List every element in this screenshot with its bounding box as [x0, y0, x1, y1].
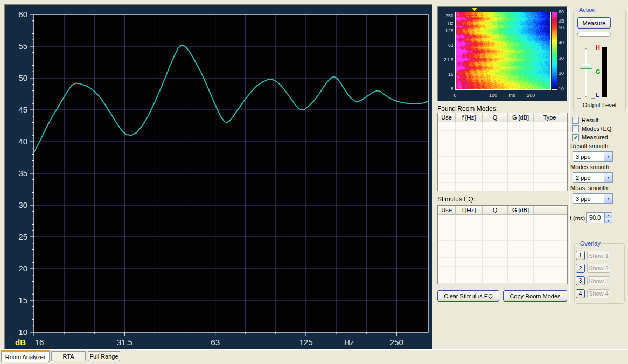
- table-column-line: [455, 122, 456, 191]
- overlay-show-2-button[interactable]: Show 2: [587, 264, 610, 273]
- modes-smooth-value: 2 ppo: [576, 174, 591, 181]
- svg-text:250: 250: [390, 338, 403, 347]
- copy-room-modes-button[interactable]: Copy Room Modes: [503, 290, 567, 302]
- table-header-cell[interactable]: Q: [483, 113, 508, 122]
- table-row[interactable]: [438, 241, 567, 249]
- overlay-show-1-button[interactable]: Show 1: [587, 251, 610, 260]
- output-level-slider-thumb[interactable]: [580, 64, 592, 69]
- svg-text:30: 30: [18, 200, 27, 209]
- checkbox-modes-eq[interactable]: Modes+EQ: [572, 125, 611, 132]
- chevron-down-icon[interactable]: ▼: [604, 194, 612, 203]
- stimulus-eq-table[interactable]: Usef [Hz]QG [dB]: [437, 205, 568, 284]
- room-analyzer-app: 10152025303540455055601631.563125250HzdB…: [0, 0, 628, 364]
- svg-text:25: 25: [18, 232, 27, 241]
- table-row[interactable]: [438, 148, 567, 157]
- table-header-cell[interactable]: Use: [438, 113, 456, 122]
- table-header-filler: [534, 206, 567, 214]
- colorbar-tick-label: 50: [559, 25, 567, 30]
- spectro-x-tick-label: 200: [524, 93, 539, 98]
- overlay-select-4-button[interactable]: 4: [576, 289, 585, 298]
- slider-ticks-right: [591, 50, 595, 99]
- table-column-line: [482, 122, 483, 191]
- modes-smooth-select[interactable]: 2 ppo▼: [573, 172, 613, 183]
- svg-text:15: 15: [18, 296, 27, 305]
- checkbox-box[interactable]: [572, 117, 579, 124]
- table-row[interactable]: [438, 122, 567, 131]
- chevron-down-icon[interactable]: ▼: [604, 173, 612, 182]
- table-header-cell[interactable]: G [dB]: [508, 206, 534, 214]
- table-row[interactable]: [438, 174, 567, 183]
- colorbar-tick-label: 40: [559, 40, 567, 45]
- clear-stimulus-eq-button[interactable]: Clear Stimulus EQ: [437, 290, 499, 302]
- spectro-y-tick-label: 125: [438, 28, 453, 33]
- table-row[interactable]: [438, 223, 567, 232]
- table-row[interactable]: [438, 215, 567, 223]
- frequency-response-panel: 10152025303540455055601631.563125250HzdB: [4, 4, 432, 349]
- output-level-label: Output Level: [573, 102, 626, 108]
- tab-full-range[interactable]: Full Range: [88, 351, 120, 361]
- time-window-label: t (ms): [570, 215, 585, 221]
- action-title: Action: [577, 6, 597, 13]
- table-row[interactable]: [438, 183, 567, 191]
- overlay-show-4-button[interactable]: Show 4: [587, 289, 610, 298]
- result-smooth-value: 3 ppo: [576, 153, 591, 160]
- tab-rta[interactable]: RTA: [51, 351, 86, 361]
- colorbar-tick-label: 10: [559, 86, 567, 92]
- table-row[interactable]: [438, 258, 567, 267]
- output-level-slider[interactable]: [585, 48, 587, 97]
- spinner-down-icon[interactable]: ▼: [605, 218, 612, 223]
- frequency-response-chart: 10152025303540455055601631.563125250HzdB: [5, 5, 432, 349]
- spectro-x-tick-label: 0: [448, 93, 463, 98]
- spectro-y-tick-label: 31.5: [438, 57, 453, 62]
- chevron-down-icon[interactable]: ▼: [604, 152, 612, 161]
- tab-room-analyzer[interactable]: Room Analyzer: [1, 350, 50, 362]
- result-smooth-select[interactable]: 3 ppo▼: [573, 151, 613, 162]
- svg-text:dB: dB: [15, 338, 26, 347]
- time-window-spinner[interactable]: 50.0 ▲ ▼: [586, 212, 612, 223]
- table-row[interactable]: [438, 165, 567, 174]
- overlay-select-1-button[interactable]: 1: [576, 251, 585, 260]
- meter-mark-g: G: [596, 68, 601, 75]
- spinner-up-icon[interactable]: ▲: [605, 213, 612, 218]
- level-meter: [602, 47, 607, 97]
- table-body: [438, 215, 567, 284]
- spectro-x-tick-label: 100: [485, 93, 500, 98]
- table-row[interactable]: [438, 232, 567, 241]
- table-column-line: [482, 215, 483, 284]
- table-row[interactable]: [438, 131, 567, 139]
- table-row[interactable]: [438, 139, 567, 148]
- check-icon[interactable]: ✔: [572, 134, 579, 141]
- table-row[interactable]: [438, 275, 567, 284]
- overlay-show-3-button[interactable]: Show 3: [587, 276, 610, 285]
- table-header-cell[interactable]: G [dB]: [508, 113, 534, 122]
- table-header-cell[interactable]: f [Hz]: [456, 206, 483, 214]
- table-header-cell[interactable]: f [Hz]: [456, 113, 483, 122]
- table-header-cell[interactable]: Q: [483, 206, 508, 214]
- meas-smooth-select[interactable]: 3 ppo▼: [573, 193, 613, 204]
- checkbox-measured[interactable]: ✔Measured: [572, 134, 608, 141]
- spectro-y-tick-label: 8: [438, 86, 453, 92]
- table-header-row: Usef [Hz]QG [dB]Type: [438, 113, 567, 122]
- table-body: [438, 122, 567, 191]
- svg-text:40: 40: [18, 137, 27, 146]
- spectro-y-tick-label: 63: [438, 43, 453, 48]
- table-row[interactable]: [438, 157, 567, 165]
- measure-button[interactable]: Measure: [577, 17, 611, 29]
- checkbox-result[interactable]: Result: [572, 116, 598, 124]
- table-header-cell[interactable]: Type: [534, 113, 566, 122]
- svg-text:50: 50: [18, 73, 27, 82]
- svg-text:45: 45: [18, 105, 27, 114]
- slider-ticks-left: [577, 50, 581, 99]
- overlay-select-3-button[interactable]: 3: [576, 276, 585, 285]
- table-row[interactable]: [438, 249, 567, 258]
- table-header-cell[interactable]: Use: [438, 206, 456, 214]
- colorbar-unit-label: dB: [559, 18, 567, 24]
- checkbox-box[interactable]: [572, 125, 579, 132]
- table-column-line: [566, 122, 566, 191]
- found-room-modes-title: Found Room Modes:: [437, 105, 498, 113]
- table-column-line: [533, 122, 534, 191]
- found-room-modes-table[interactable]: Usef [Hz]QG [dB]Type: [437, 113, 568, 191]
- overlay-select-2-button[interactable]: 2: [576, 264, 585, 273]
- time-marker-icon[interactable]: [472, 8, 477, 11]
- table-row[interactable]: [438, 267, 567, 275]
